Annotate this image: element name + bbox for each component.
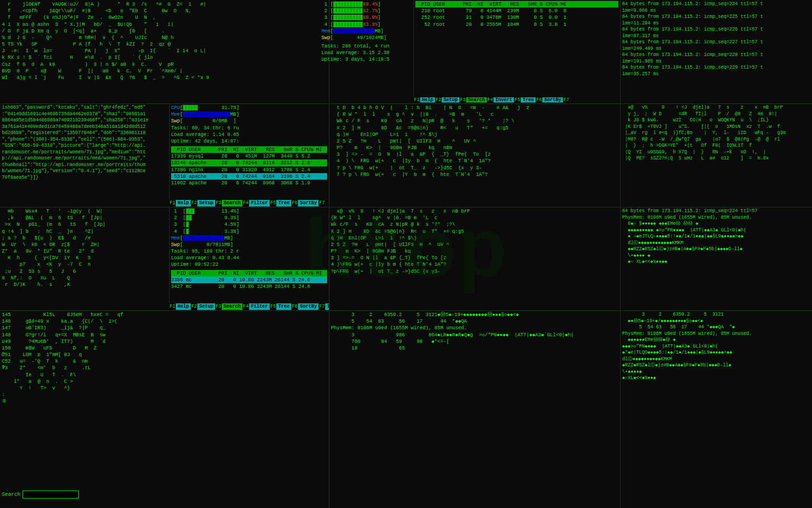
btm-right-content: 3 2 6359.2 5 3121 ◆●Ⓜ5◆○19+◆/◆◆◆◆◆◆●●◆§◇… [622, 311, 810, 381]
search-area: Search [2, 491, 79, 499]
mid-load: Load average: 1.14 0.65 [171, 131, 327, 138]
top-proc-row-1: 210 root 79 0 4144M 239M 0 S 6.0 0 [415, 8, 618, 14]
top-proc-table: PID USER PRI NI VIRT RES SHR S CPU% ME 2… [414, 0, 620, 103]
fkey-1-sortby[interactable]: F6SortBy [536, 96, 563, 103]
btm-left-content: 145 Kl5L 8J5eM hxeC = qf 146 g$d+49 x ka… [2, 311, 327, 405]
bot-left-terminal: Hb Wsx4 T ' -1gcy ( W| ,k @&L ( m 6 tS f… [0, 207, 169, 310]
ping-content: 64 bytes from 173.194.115.2: icmp_seq=22… [622, 1, 810, 77]
fkey-1-search[interactable]: F3Search [460, 96, 487, 103]
mid-far-right-terminal: x@ v% 9 ! <J djel)a 7 s z x nB brP y j_ … [620, 103, 812, 207]
bot-tasks: Tasks: 95, 189 thr; 2 r [171, 248, 327, 254]
btm-right-terminal: 3 2 6359.2 5 3121 ◆●Ⓜ5◆○19+◆/◆◆◆◆◆◆●●◆§◇… [620, 310, 812, 508]
fkey-1-help[interactable]: F1Help [414, 96, 435, 103]
mid-uptime: Uptime: 42 days, 14:07: [171, 138, 327, 144]
btm-center-terminal: 3 2 6359.2 5 3121◆Ⓜ5◆○19+◆◆◆◆◆◆◆◆Ⓜ●●◆§◇◆… [329, 310, 620, 508]
bot-far-right-content: 64 bytes from 173.194.115.2: icmp_seq=22… [622, 208, 810, 265]
fkey-3-sortby[interactable]: F6SortBy [291, 303, 319, 310]
fkey-3-help[interactable]: F1Help [169, 303, 191, 310]
search-label: Search [2, 491, 21, 498]
fkey-3-f7[interactable]: F7IC [319, 303, 329, 310]
bot-right-terminal: x@ v% 9 ! <J djel)a 7 s z x nB brP {R W*… [329, 207, 620, 310]
mid-right-terminal: t D b 4 b h O V ( l : h Bi | N O =m - # … [329, 103, 620, 207]
top-proc-row-3: 52 root 20 0 2555M 104M 0 S 3.0 1 [415, 21, 618, 28]
bot-far-right-terminal: 64 bytes from 173.194.115.2: icmp_seq=22… [620, 207, 812, 310]
bot-uptime: Uptime: 09:52:22 [171, 261, 327, 268]
fkey-2-sortby[interactable]: F6SortBy [291, 199, 319, 207]
fkey-1-tree[interactable]: F5Tree [514, 96, 536, 103]
top-left-content: r jlOENf VAUGK:uJ/ 8|A ) * R 3 /s ^# G Z… [2, 1, 318, 81]
fkey-2-f7[interactable]: F7 [319, 199, 325, 207]
fkey-bar-1: F1Help F2Setup F3Search F4Invert F5Tree … [414, 96, 620, 103]
mid-far-right-content: x@ v% 9 ! <J djel)a 7 s z x nB brP y j_ … [622, 104, 810, 162]
bot-proc-2: 3427 mc 20 0 10.8G 2243M 26144 S 24.6 [171, 283, 327, 290]
bot-stats: Tasks: 95, 189 thr; 2 r Load average: 0.… [171, 248, 327, 268]
bot-proc-1: 3386 mc 20 0 10.8G 2243M 26144 S 24.6 [171, 277, 327, 283]
mid-htop-bars: CPU[||||| 31.7%] Mem[|||||||||275/498MB]… [171, 104, 327, 125]
mid-json-data: ish663","password":"kotaku","salt":"ghr4… [0, 103, 169, 207]
fkey-2-search[interactable]: F3Search [215, 199, 242, 207]
mid-proc-4: 5310 apache 20 0 74244 9164 3196 S 2.4 [171, 173, 327, 180]
fkey-3-tree[interactable]: F5Tree [270, 303, 291, 310]
terminal-container: htop r jlOENf VAUGK:uJ/ 8|A ) * R 3 /s ^… [0, 0, 812, 508]
top-ping-output: 64 bytes from 173.194.115.2: icmp_seq=22… [620, 0, 812, 103]
fkey-2-help[interactable]: F1Help [169, 199, 191, 207]
top-left-terminal: r jlOENf VAUGK:uJ/ 8|A ) * R 3 /s ^# G Z… [0, 0, 320, 103]
fkey-3-setup[interactable]: F2Setup [191, 303, 215, 310]
top-histogram: 1 [||||||||||89.4%] 2 [||||||||||82.7%] … [320, 0, 414, 103]
search-input[interactable] [23, 491, 79, 499]
bot-left-content: Hb Wsx4 T ' -1gcy ( W| ,k @&L ( m 6 tS f… [2, 208, 167, 288]
fkey-2-filter[interactable]: F4Filter [242, 199, 270, 207]
mid-proc-1: 17339 mysql 20 0 451M 127M 3440 S 5.2 [171, 153, 327, 159]
fkey-3-filter[interactable]: F4Filter [242, 303, 270, 310]
mid-proc-table: PID USER PRI NI VIRT RES SHR S CPU% MI 1… [171, 146, 327, 186]
btm-left-terminal: 145 Kl5L 8J5eM hxeC = qf 146 g$d+49 x ka… [0, 310, 329, 508]
bot-right-content: x@ v% 9 ! <J djel)a 7 s z x nB brP {R W*… [331, 208, 618, 275]
mid-proc-header: PID USER PRI NI VIRT RES SHR S CPU% MI [171, 146, 327, 153]
tasks-line: Tasks: 286 total, 4 run [321, 43, 412, 49]
fkey-bar-2: F1Help F2Setup F3Search F4Filter F5Tree … [169, 199, 329, 207]
fkey-bar-3: F1Help F2Setup F3Search F4Filter F5Tree … [169, 303, 329, 310]
mid-tasks: Tasks: 60, 34 thr; 6 ru [171, 125, 327, 131]
histogram-content: 1 [||||||||||89.4%] 2 [||||||||||82.7%] … [321, 1, 412, 41]
bot-proc-header: PID USER PRI NI VIRT RES SHR S CPU% MI [171, 270, 327, 277]
mid-proc-2: 19246 apache 20 0 74244 9116 3212 S 2.8 [171, 159, 327, 166]
mid-proc-3: 17386 nginx 20 0 31320 4912 1788 S 2.4 [171, 167, 327, 173]
json-content: ish663","password":"kotaku","salt":"ghr4… [2, 104, 167, 181]
uptime-line: Uptime: 3 days, 14:19:5 [321, 56, 412, 63]
top-proc-row-2: 252 root 31 0 3478M 130M 0 S 0.0 1 [415, 14, 618, 21]
bot-load: Load average: 0.43 0.44 [171, 254, 327, 261]
fkey-2-setup[interactable]: F2Setup [191, 199, 215, 207]
mid-right-content: t D b 4 b h O V ( l : h Bi | N O =m - # … [331, 104, 618, 178]
mid-proc-5: 11902 apache 20 0 74244 8968 3068 S 1.9 [171, 180, 327, 186]
mid-stats: Tasks: 60, 34 thr; 6 ru Load average: 1.… [171, 125, 327, 145]
fkey-1-f7[interactable]: F7 [563, 96, 570, 103]
bot-htop-instance: 1 [||| 13.4%] 2 [|| 9.3%] 3 [| 4.5%] 4 [… [169, 207, 329, 310]
fkey-3-search[interactable]: F3Search [215, 303, 242, 310]
bot-proc-table: PID USER PRI NI VIRT RES SHR S CPU% MI 3… [171, 270, 327, 290]
bot-htop-bars: 1 [||| 13.4%] 2 [|| 9.3%] 3 [| 4.5%] 4 [… [171, 208, 327, 248]
top-stats: Tasks: 286 total, 4 run Load average: 3.… [321, 43, 412, 63]
load-line: Load average: 3.15 2.38 [321, 49, 412, 56]
mid-htop-instance: CPU[||||| 31.7%] Mem[|||||||||275/498MB]… [169, 103, 329, 207]
top-proc-header: PID USER PRI NI VIRT RES SHR S CPU% ME [415, 1, 618, 8]
fkey-2-tree[interactable]: F5Tree [270, 199, 291, 207]
btm-center-content: 3 2 6359.2 5 3121◆Ⓜ5◆○19+◆◆◆◆◆◆◆◆Ⓜ●●◆§◇◆… [331, 311, 618, 351]
fkey-1-invert[interactable]: F4Invert [487, 96, 514, 103]
fkey-1-setup[interactable]: F2Setup [435, 96, 460, 103]
